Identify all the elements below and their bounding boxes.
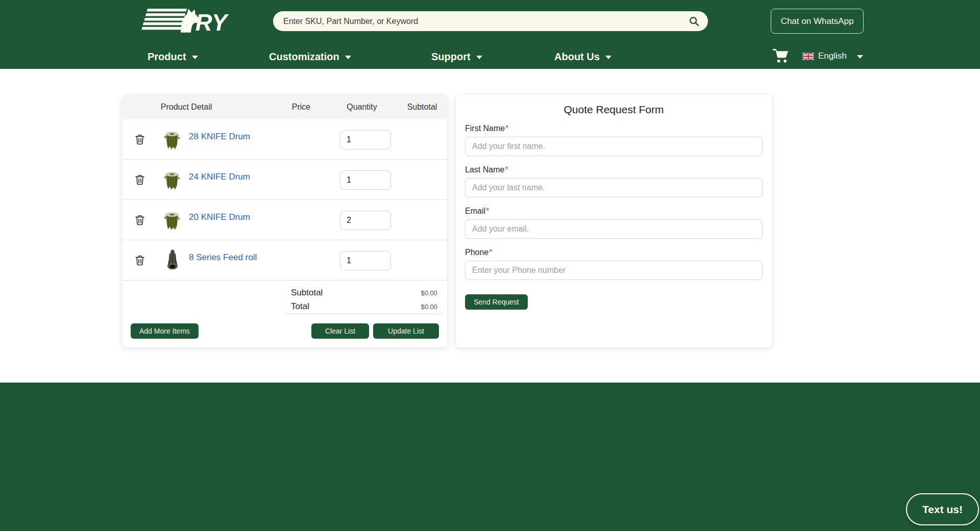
trash-icon[interactable]	[135, 134, 144, 145]
svg-text:RY: RY	[195, 10, 229, 35]
language-label: English	[818, 51, 847, 61]
quantity-input[interactable]	[340, 130, 391, 149]
footer: RY About Company Our Team Careers News S…	[0, 383, 980, 531]
uk-flag-icon	[802, 53, 814, 60]
chevron-down-icon	[345, 56, 351, 59]
last-name-group: Last Name*	[465, 165, 763, 197]
search-icon[interactable]	[689, 16, 700, 27]
nav-about-us-label: About Us	[554, 51, 600, 63]
send-request-button[interactable]: Send Request	[465, 294, 528, 310]
cart-icon[interactable]	[772, 48, 789, 63]
header: RY Chat on WhatsApp Product Customizatio…	[0, 0, 980, 69]
quantity-input[interactable]	[340, 211, 391, 230]
search-bar	[273, 11, 708, 31]
column-subtotal: Subtotal	[397, 95, 448, 119]
email-label: Email*	[465, 206, 763, 216]
cart-row: 8 Series Feed roll	[122, 240, 447, 281]
product-link[interactable]: 28 KNIFE Drum	[189, 132, 250, 142]
cart-row: 24 KNIFE Drum	[122, 160, 447, 200]
total-value: $0.00	[421, 303, 437, 311]
cart-rows: 28 KNIFE Drum	[122, 119, 447, 281]
trash-icon[interactable]	[135, 255, 144, 266]
brand-logo-icon[interactable]: RY	[121, 5, 233, 35]
nav-customization-label: Customization	[269, 51, 339, 63]
last-name-label: Last Name*	[465, 165, 763, 175]
language-selector[interactable]: English	[802, 49, 863, 63]
email-group: Email*	[465, 206, 763, 239]
cart-actions: Add More Items Clear List Update List	[122, 323, 447, 339]
trash-icon[interactable]	[135, 174, 144, 185]
required-asterisk: *	[505, 165, 508, 174]
first-name-field[interactable]	[465, 137, 763, 156]
phone-group: Phone*	[465, 247, 763, 280]
column-product-detail: Product Detail	[145, 95, 227, 119]
subtotal-label: Subtotal	[291, 288, 323, 298]
last-name-field[interactable]	[465, 178, 763, 197]
chevron-down-icon	[857, 55, 863, 59]
nav-support-label: Support	[431, 51, 471, 63]
cart-summary: Subtotal $0.00 Total $0.00	[122, 281, 447, 313]
update-list-button[interactable]: Update List	[373, 323, 439, 339]
column-price: Price	[276, 95, 327, 119]
chevron-down-icon	[476, 56, 482, 59]
product-link[interactable]: 8 Series Feed roll	[189, 252, 257, 263]
chevron-down-icon	[605, 56, 611, 59]
first-name-group: First Name*	[465, 123, 763, 156]
first-name-label: First Name*	[465, 123, 763, 134]
email-field[interactable]	[465, 219, 763, 239]
nav-product-label: Product	[148, 51, 186, 63]
cart-row: 20 KNIFE Drum	[122, 200, 447, 240]
cart-panel: Product Detail Price Quantity Subtotal	[122, 95, 447, 347]
nav-product[interactable]: Product	[148, 49, 198, 64]
subtotal-value: $0.00	[421, 289, 437, 297]
product-image-knife-drum	[162, 210, 182, 232]
product-image-feed-roll	[164, 249, 181, 271]
phone-field[interactable]	[465, 261, 763, 280]
search-input[interactable]	[283, 17, 689, 26]
quantity-input[interactable]	[340, 251, 391, 270]
nav-about-us[interactable]: About Us	[554, 49, 611, 64]
product-link[interactable]: 20 KNIFE Drum	[189, 212, 250, 222]
total-label: Total	[291, 301, 309, 312]
required-asterisk: *	[505, 124, 508, 133]
nav-customization[interactable]: Customization	[269, 49, 351, 64]
cart-table-header: Product Detail Price Quantity Subtotal	[122, 95, 447, 119]
page: RY Chat on WhatsApp Product Customizatio…	[0, 0, 980, 531]
nav-support[interactable]: Support	[431, 49, 482, 64]
chevron-down-icon	[192, 56, 198, 59]
text-us-button[interactable]: Text us!	[906, 493, 979, 525]
product-image-knife-drum	[162, 169, 182, 192]
quantity-input[interactable]	[340, 170, 391, 190]
phone-label: Phone*	[465, 247, 763, 258]
product-image-knife-drum	[162, 129, 182, 151]
cart-row: 28 KNIFE Drum	[122, 119, 447, 160]
quote-request-panel: Quote Request Form First Name* Last Name…	[456, 95, 772, 347]
required-asterisk: *	[486, 207, 489, 215]
chat-whatsapp-button[interactable]: Chat on WhatsApp	[771, 9, 864, 34]
product-link[interactable]: 24 KNIFE Drum	[189, 172, 250, 182]
clear-list-button[interactable]: Clear List	[311, 323, 369, 339]
add-more-items-button[interactable]: Add More Items	[131, 323, 199, 339]
column-quantity: Quantity	[336, 95, 387, 119]
quote-form-title: Quote Request Form	[465, 104, 763, 116]
trash-icon[interactable]	[135, 215, 144, 225]
required-asterisk: *	[489, 248, 492, 257]
summary-divider	[285, 314, 443, 314]
